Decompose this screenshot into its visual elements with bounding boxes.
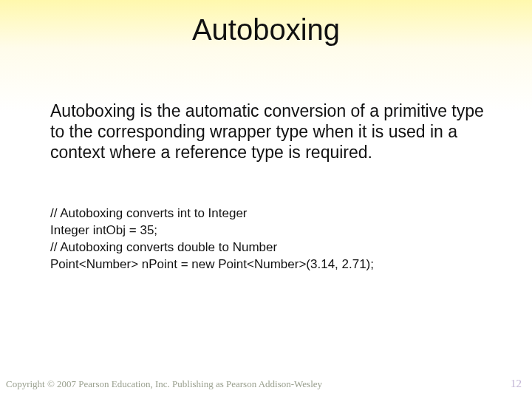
code-line-1: // Autoboxing converts int to Integer: [50, 205, 488, 222]
code-line-2: Integer intObj = 35;: [50, 222, 488, 239]
code-block: // Autoboxing converts int to Integer In…: [50, 205, 488, 273]
page-number: 12: [511, 378, 522, 390]
code-line-4: Point<Number> nPoint = new Point<Number>…: [50, 256, 488, 273]
definition-paragraph: Autoboxing is the automatic conversion o…: [50, 100, 488, 163]
copyright-footer: Copyright © 2007 Pearson Education, Inc.…: [6, 378, 322, 390]
slide-title: Autoboxing: [0, 13, 532, 47]
code-line-3: // Autoboxing converts double to Number: [50, 239, 488, 256]
slide: Autoboxing Autoboxing is the automatic c…: [0, 0, 532, 399]
